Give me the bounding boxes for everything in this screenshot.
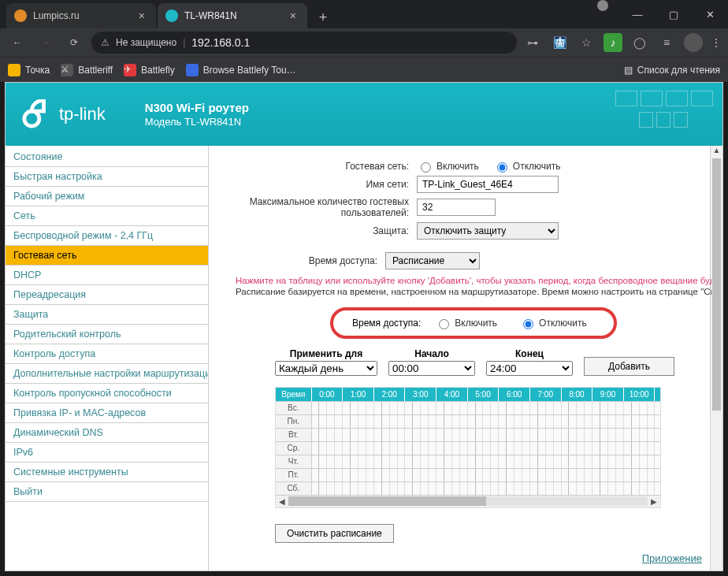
guest-disable-radio[interactable]: Отключить [493, 160, 561, 173]
schedule-note-2: Расписание базируется на времени, настро… [236, 287, 711, 296]
key-icon[interactable]: ⊶ [523, 33, 542, 52]
page-content: tp-link N300 Wi-Fi роутер Модель TL-WR84… [5, 82, 723, 571]
header-decoration [614, 89, 715, 132]
svg-point-0 [24, 111, 39, 126]
sidebar-item-11[interactable]: Дополнительные настройки маршрутизации [6, 364, 208, 384]
access-enable-radio[interactable]: Включить [435, 317, 497, 329]
access-disable-radio[interactable]: Отключить [519, 317, 587, 329]
window-maximize[interactable]: ▢ [656, 0, 692, 28]
schedule-grid[interactable]: Время0:001:002:003:004:005:006:007:008:0… [275, 387, 661, 508]
sidebar-item-12[interactable]: Контроль пропускной способности [6, 384, 208, 403]
favicon-lumpics [14, 9, 27, 22]
access-time-highlight: Время доступа: Включить Отключить [330, 307, 617, 339]
sidebar-item-9[interactable]: Родительский контроль [6, 325, 208, 344]
sidebar-item-14[interactable]: Динамический DNS [6, 423, 208, 443]
bookmark-tochka[interactable]: Точка [8, 64, 50, 76]
url-text: 192.168.0.1 [191, 36, 250, 49]
tab-title: Lumpics.ru [33, 10, 80, 21]
reading-list-button[interactable]: ▤ Список для чтения [624, 65, 720, 76]
max-users-label: Максимальное количество гостевых пользов… [212, 196, 417, 219]
star-icon[interactable]: ☆ [577, 33, 596, 52]
guest-net-label: Гостевая сеть: [212, 161, 417, 172]
close-icon[interactable]: × [287, 9, 299, 22]
start-header: Начало [388, 348, 475, 359]
ssid-input[interactable] [417, 176, 559, 193]
bookmark-battlefy[interactable]: Browse Battlefy Tou… [186, 64, 296, 76]
app-link[interactable]: Приложение [642, 552, 702, 564]
router-header: tp-link N300 Wi-Fi роутер Модель TL-WR84… [6, 83, 722, 146]
list-icon: ▤ [624, 65, 633, 76]
clear-schedule-button[interactable]: Очистить расписание [275, 524, 394, 543]
apply-for-header: Применить для [275, 348, 377, 359]
horizontal-scrollbar[interactable]: ◀▶ [276, 495, 660, 507]
apply-for-select[interactable]: Каждый день [275, 361, 377, 376]
close-icon[interactable]: × [136, 9, 148, 22]
ext-green-icon[interactable]: ♪ [604, 33, 622, 52]
sidebar-item-16[interactable]: Системные инструменты [6, 463, 208, 482]
sidebar-nav: СостояниеБыстрая настройкаРабочий режимС… [6, 146, 209, 570]
forward-button[interactable]: → [35, 32, 57, 54]
sidebar-item-13[interactable]: Привязка IP- и MAC-адресов [6, 403, 208, 423]
sidebar-item-1[interactable]: Быстрая настройка [6, 167, 208, 187]
browser-tabstrip: Lumpics.ru × TL-WR841N × + — ▢ ✕ [0, 0, 728, 28]
bookmarks-bar: Точка ⚔Battleriff ✈Battlefly Browse Batt… [0, 57, 728, 82]
sidebar-item-4[interactable]: Беспроводной режим - 2,4 ГГц [6, 226, 208, 246]
browser-tab-lumpics[interactable]: Lumpics.ru × [6, 3, 156, 28]
sidebar-item-8[interactable]: Защита [6, 305, 208, 325]
guest-enable-radio[interactable]: Включить [417, 160, 479, 173]
favicon-router [165, 9, 178, 22]
browser-address-bar: ← → ⟳ ⚠ Не защищено | 192.168.0.1 ⊶ 🩻 ☆ … [0, 28, 728, 57]
ssid-label: Имя сети: [212, 179, 417, 190]
access-time-label: Время доступа: [212, 255, 385, 266]
router-model: N300 Wi-Fi роутер Модель TL-WR841N [145, 100, 249, 129]
profile-avatar[interactable] [684, 33, 703, 52]
main-panel: ▲ Гостевая сеть: Включить Отключить Имя … [209, 146, 722, 570]
end-header: Конец [486, 348, 573, 359]
max-users-input[interactable] [417, 199, 496, 216]
back-button[interactable]: ← [6, 32, 28, 54]
kebab-icon[interactable]: ⋮ [711, 36, 722, 49]
ext-circle-icon[interactable]: ◯ [630, 33, 649, 52]
tplink-logo: tp-link [21, 99, 106, 129]
start-select[interactable]: 00:00 [388, 361, 475, 376]
highlight-label: Время доступа: [352, 318, 421, 329]
sidebar-item-0[interactable]: Состояние [6, 147, 208, 167]
sidebar-item-5[interactable]: Гостевая сеть [6, 246, 208, 266]
security-text: Не защищено [116, 37, 176, 48]
sidebar-item-17[interactable]: Выйти [6, 482, 208, 502]
bookmark-battlefly[interactable]: ✈Battlefly [124, 64, 175, 76]
schedule-note-1: Нажмите на таблицу или используйте кнопк… [236, 276, 711, 285]
tab-title: TL-WR841N [184, 10, 237, 21]
translate-icon[interactable]: 🩻 [550, 33, 569, 52]
ext-list-icon[interactable]: ≡ [657, 33, 676, 52]
sidebar-item-15[interactable]: IPv6 [6, 443, 208, 463]
new-tab-button[interactable]: + [312, 6, 334, 28]
omnibox[interactable]: ⚠ Не защищено | 192.168.0.1 [91, 32, 517, 54]
security-select[interactable]: Отключить защиту [417, 222, 559, 240]
sidebar-item-7[interactable]: Переадресация [6, 285, 208, 305]
sidebar-item-2[interactable]: Рабочий режим [6, 187, 208, 206]
reload-button[interactable]: ⟳ [63, 32, 85, 54]
window-minimize[interactable]: — [619, 0, 656, 28]
browser-tab-router[interactable]: TL-WR841N × [158, 3, 307, 28]
security-label: Защита: [212, 225, 417, 236]
sidebar-item-10[interactable]: Контроль доступа [6, 344, 208, 364]
window-close[interactable]: ✕ [692, 0, 728, 28]
end-select[interactable]: 24:00 [486, 361, 573, 376]
access-time-select[interactable]: Расписание [385, 252, 480, 269]
sidebar-item-6[interactable]: DHCP [6, 266, 208, 285]
add-button[interactable]: Добавить [584, 357, 674, 376]
shield-icon [597, 0, 608, 11]
insecure-icon: ⚠ [101, 37, 110, 48]
sidebar-item-3[interactable]: Сеть [6, 206, 208, 226]
bookmark-battleriff[interactable]: ⚔Battleriff [61, 64, 113, 76]
